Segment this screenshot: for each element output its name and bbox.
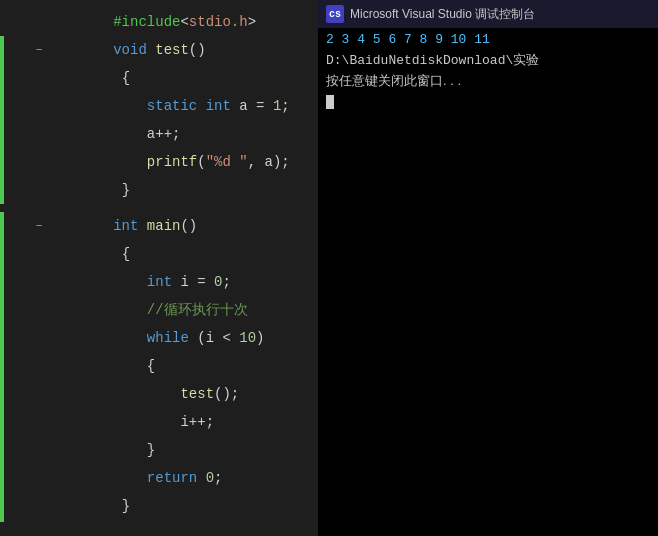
code-area: #include<stdio.h> − void test() { static <box>4 0 318 536</box>
cursor-block <box>326 95 334 109</box>
console-titlebar: cs Microsoft Visual Studio 调试控制台 <box>318 0 658 28</box>
output-numbers: 2 3 4 5 6 7 8 9 10 11 <box>326 32 490 47</box>
code-content: } <box>46 464 318 536</box>
console-numbers: 2 3 4 5 6 7 8 9 10 11 <box>318 28 658 51</box>
console-body: D:\BaiduNetdiskDownload\实验 按任意键关闭此窗口. . … <box>318 51 658 536</box>
code-line: } <box>4 492 318 520</box>
console-cursor-line <box>326 92 650 112</box>
console-path: D:\BaiduNetdiskDownload\实验 <box>326 53 539 68</box>
console-path-line: D:\BaiduNetdiskDownload\实验 <box>326 51 650 71</box>
console-title: Microsoft Visual Studio 调试控制台 <box>350 6 535 23</box>
debug-console: cs Microsoft Visual Studio 调试控制台 2 3 4 5… <box>318 0 658 536</box>
vs-icon-label: cs <box>329 9 341 20</box>
collapse-btn[interactable]: − <box>32 36 46 64</box>
console-message: 按任意键关闭此窗口. . . <box>326 73 461 88</box>
vs-icon: cs <box>326 5 344 23</box>
console-message-line: 按任意键关闭此窗口. . . <box>326 71 650 92</box>
collapse-btn[interactable]: − <box>32 212 46 240</box>
code-editor: #include<stdio.h> − void test() { static <box>0 0 318 536</box>
